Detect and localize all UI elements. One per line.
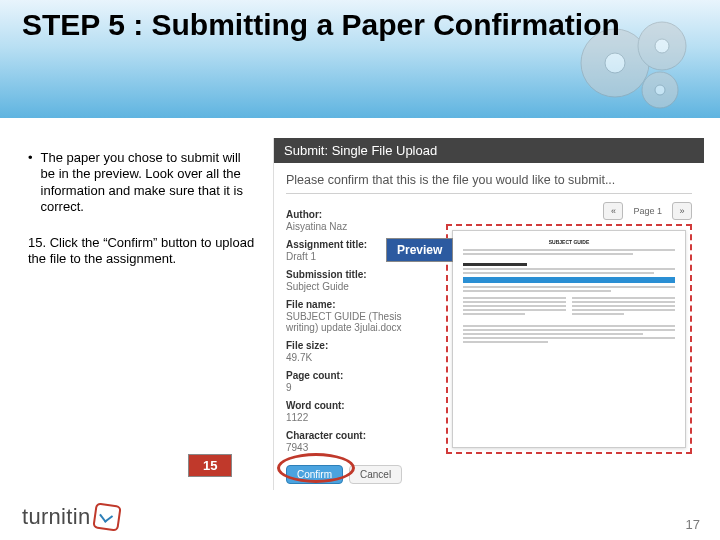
page-label: Page 1 bbox=[629, 206, 666, 216]
next-page-button[interactable]: » bbox=[672, 202, 692, 220]
svg-point-3 bbox=[655, 39, 669, 53]
preview-column: « Page 1 » Preview SUBJECT GUIDE bbox=[446, 202, 692, 454]
page-number: 17 bbox=[686, 517, 700, 532]
filename-label: File name: bbox=[286, 299, 436, 310]
logo-icon bbox=[93, 502, 122, 531]
turnitin-logo: turnitin bbox=[22, 504, 120, 530]
callout-15: 15 bbox=[188, 454, 232, 477]
wordcount-label: Word count: bbox=[286, 400, 436, 411]
pagecount-label: Page count: bbox=[286, 370, 436, 381]
preview-highlight-box: Preview SUBJECT GUIDE bbox=[446, 224, 692, 454]
svg-point-5 bbox=[655, 85, 665, 95]
pager: « Page 1 » bbox=[446, 202, 692, 220]
bullet-text: The paper you chose to submit will be in… bbox=[41, 150, 258, 215]
divider bbox=[286, 193, 692, 194]
author-label: Author: bbox=[286, 209, 436, 220]
charcount-value: 7943 bbox=[286, 442, 436, 453]
svg-point-1 bbox=[605, 53, 625, 73]
author-value: Aisyatina Naz bbox=[286, 221, 436, 232]
charcount-label: Character count: bbox=[286, 430, 436, 441]
filesize-label: File size: bbox=[286, 340, 436, 351]
confirm-message: Please confirm that this is the file you… bbox=[286, 173, 692, 187]
panel-header: Submit: Single File Upload bbox=[274, 138, 704, 163]
instruction-text: • The paper you chose to submit will be … bbox=[28, 150, 258, 268]
submission-label: Submission title: bbox=[286, 269, 436, 280]
pagecount-value: 9 bbox=[286, 382, 436, 393]
document-preview: SUBJECT GUIDE bbox=[452, 230, 686, 448]
slide-title: STEP 5 : Submitting a Paper Confirmation bbox=[22, 8, 620, 43]
prev-page-button[interactable]: « bbox=[603, 202, 623, 220]
preview-tag: Preview bbox=[386, 238, 453, 262]
submission-value: Subject Guide bbox=[286, 281, 436, 292]
cancel-button[interactable]: Cancel bbox=[349, 465, 402, 484]
logo-text: turnitin bbox=[22, 504, 90, 530]
wordcount-value: 1122 bbox=[286, 412, 436, 423]
confirm-highlight-oval bbox=[277, 453, 355, 483]
bullet-dot: • bbox=[28, 150, 33, 215]
submit-panel: Submit: Single File Upload Please confir… bbox=[273, 138, 704, 490]
step-15-text: 15. Click the “Confirm” button to upload… bbox=[28, 235, 258, 268]
filename-value: SUBJECT GUIDE (Thesis writing) update 3j… bbox=[286, 311, 436, 333]
filesize-value: 49.7K bbox=[286, 352, 436, 363]
